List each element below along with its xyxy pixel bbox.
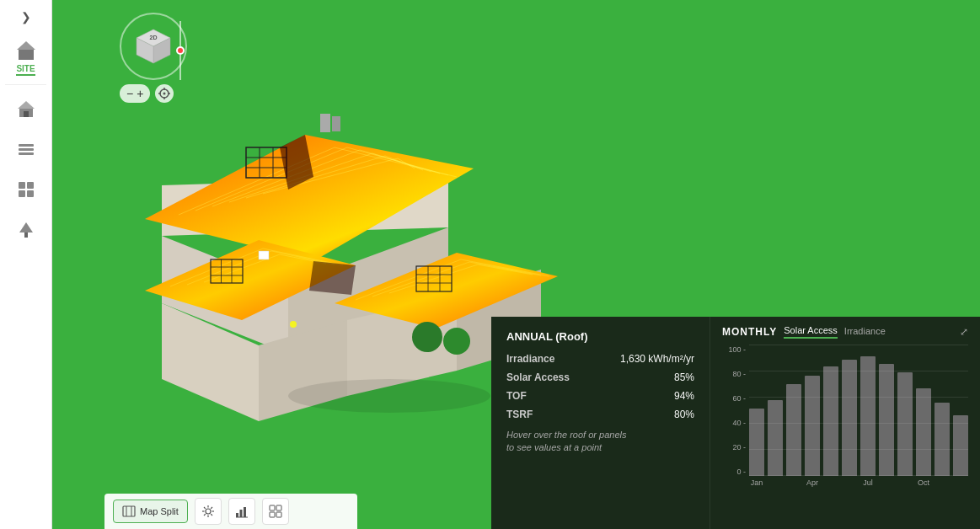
bottom-toolbar: Map Split — [104, 494, 357, 529]
bar-dec — [953, 415, 968, 477]
solar-settings-button[interactable] — [195, 498, 222, 525]
chart-button[interactable] — [228, 498, 255, 525]
svg-rect-13 — [24, 232, 28, 238]
svg-rect-71 — [239, 510, 242, 517]
site-building-icon — [14, 39, 38, 62]
sidebar-item-site[interactable]: SITE — [0, 34, 51, 81]
svg-rect-72 — [244, 507, 246, 517]
main-canvas: 2D − + — [52, 0, 980, 529]
solar-access-value: 85% — [674, 371, 694, 383]
x-label-aug — [879, 478, 894, 487]
tof-row: TOF 94% — [506, 390, 694, 402]
bar-may — [823, 366, 838, 477]
x-axis: JanAprJulOct — [722, 478, 968, 487]
svg-point-57 — [288, 379, 490, 413]
monthly-title: MONTHLY — [722, 326, 777, 338]
bar-oct — [916, 388, 931, 476]
bar-chart: 0 - 20 - 40 - 60 - 80 - 100 - — [722, 345, 968, 501]
sidebar: ❯ SITE — [0, 0, 52, 529]
y-label-100: 100 - — [722, 345, 746, 354]
svg-point-56 — [443, 328, 470, 355]
svg-marker-3 — [18, 101, 35, 109]
solar-access-tab[interactable]: Solar Access — [784, 325, 838, 339]
bar-jan — [749, 409, 764, 476]
map-split-icon — [122, 505, 136, 518]
svg-marker-1 — [17, 41, 35, 50]
svg-rect-70 — [236, 513, 238, 517]
tsrf-label: TSRF — [506, 409, 533, 420]
x-label-jan: Jan — [749, 478, 764, 487]
x-label-feb — [768, 478, 783, 487]
svg-rect-7 — [19, 152, 34, 155]
annual-panel-title: ANNUAL (Roof) — [506, 330, 694, 343]
y-axis: 0 - 20 - 40 - 60 - 80 - 100 - — [722, 345, 746, 476]
svg-rect-5 — [19, 144, 34, 147]
svg-rect-6 — [19, 148, 34, 151]
svg-point-61 — [206, 509, 211, 514]
grid-button[interactable] — [262, 498, 289, 525]
bar-jul — [860, 356, 876, 476]
tsrf-value: 80% — [674, 409, 694, 420]
tof-label: TOF — [506, 390, 527, 402]
annual-stats-panel: ANNUAL (Roof) Irradiance 1,630 kWh/m²/yr… — [491, 317, 710, 529]
tsrf-row: TSRF 80% — [506, 409, 694, 420]
bar-nov — [934, 403, 950, 476]
svg-rect-10 — [19, 190, 25, 197]
svg-rect-4 — [24, 111, 29, 117]
chart-icon — [235, 505, 249, 518]
svg-rect-8 — [19, 182, 25, 189]
svg-rect-11 — [27, 190, 34, 197]
irradiance-tab[interactable]: Irradiance — [844, 326, 886, 338]
bar-apr — [805, 376, 820, 476]
svg-point-55 — [412, 322, 442, 352]
expand-icon[interactable]: ⤢ — [960, 326, 968, 338]
svg-line-67 — [211, 514, 212, 516]
svg-marker-50 — [309, 261, 356, 295]
bar-sep — [897, 372, 913, 476]
x-label-jun — [842, 478, 857, 487]
bar-feb — [768, 400, 783, 476]
grid-line-100 — [749, 345, 968, 345]
monthly-chart-panel: MONTHLY Solar Access Irradiance ⤢ 0 - 20… — [710, 317, 980, 529]
sidebar-toggle[interactable]: ❯ — [13, 7, 39, 27]
svg-rect-51 — [320, 114, 330, 132]
monthly-header: MONTHLY Solar Access Irradiance ⤢ — [722, 325, 968, 339]
y-label-20: 20 - — [722, 443, 746, 452]
x-label-mar — [786, 478, 801, 487]
svg-marker-12 — [19, 222, 33, 232]
svg-rect-52 — [332, 116, 340, 131]
svg-rect-77 — [276, 512, 281, 517]
x-label-dec — [953, 478, 968, 487]
svg-line-68 — [211, 507, 212, 509]
y-label-40: 40 - — [722, 419, 746, 427]
y-label-80: 80 - — [722, 370, 746, 378]
divider-1 — [5, 84, 46, 85]
svg-rect-0 — [19, 48, 34, 60]
x-label-oct: Oct — [916, 478, 931, 487]
sidebar-item-home[interactable] — [0, 88, 51, 129]
site-label: SITE — [16, 64, 35, 76]
svg-point-54 — [290, 321, 297, 328]
tof-value: 94% — [674, 390, 694, 402]
svg-rect-53 — [259, 251, 269, 259]
x-label-apr: Apr — [805, 478, 820, 487]
bar-jun — [842, 360, 857, 476]
sidebar-item-panels[interactable] — [0, 169, 51, 210]
grid-line-60 — [749, 397, 968, 398]
svg-line-66 — [204, 507, 206, 509]
panel-hint: Hover over the roof or panelsto see valu… — [506, 429, 694, 455]
x-label-sep — [897, 478, 913, 487]
x-label-nov — [934, 478, 950, 487]
sidebar-item-layers[interactable] — [0, 129, 51, 169]
irradiance-row: Irradiance 1,630 kWh/m²/yr — [506, 353, 694, 365]
grid-line-80 — [749, 371, 968, 371]
sidebar-item-tree[interactable] — [0, 210, 51, 250]
svg-rect-9 — [27, 182, 34, 189]
map-split-label: Map Split — [140, 506, 179, 516]
svg-rect-74 — [270, 505, 275, 510]
bar-mar — [786, 384, 801, 476]
svg-rect-58 — [123, 506, 135, 516]
y-label-60: 60 - — [722, 394, 746, 403]
grid-icon — [269, 505, 282, 518]
map-split-button[interactable]: Map Split — [113, 500, 188, 523]
